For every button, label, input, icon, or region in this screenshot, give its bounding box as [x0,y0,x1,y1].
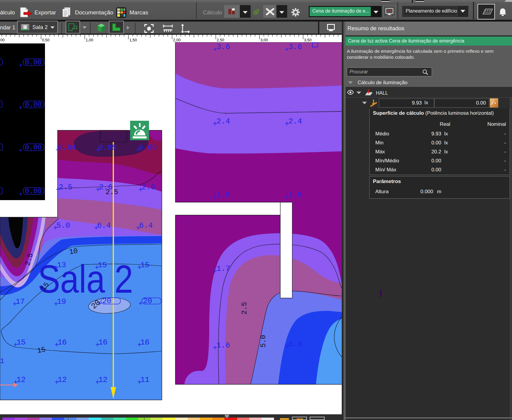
svg-text:2.5: 2.5 [106,188,118,196]
svg-text:00: 00 [0,38,4,42]
svg-text:12: 12 [16,375,25,384]
svg-text:2.4: 2.4 [216,117,230,126]
svg-text:2,50: 2,50 [217,38,224,42]
svg-text:1.7: 1.7 [216,264,230,273]
svg-text:2.4: 2.4 [288,117,302,126]
svg-text:3.6: 3.6 [216,43,230,52]
svg-text:3.6: 3.6 [288,43,302,52]
svg-text:20: 20 [102,297,111,306]
svg-text:3,00: 3,00 [260,38,268,42]
svg-text:19: 19 [57,297,66,306]
svg-text:0.69: 0.69 [138,143,156,152]
svg-text:0,50: 0,50 [42,38,49,42]
svg-text:1: 1 [0,357,4,365]
svg-text:+: + [98,300,102,308]
svg-text:20: 20 [143,297,152,306]
svg-text:15: 15 [98,261,107,270]
svg-text:0.00: 0.00 [25,101,42,109]
svg-text:0.84: 0.84 [58,143,76,152]
svg-text:2,00: 2,00 [173,38,180,42]
svg-text:3,50: 3,50 [304,38,311,42]
svg-text:+: + [19,62,22,69]
svg-text:1.6: 1.6 [216,191,230,200]
svg-text:5.0: 5.0 [259,335,267,348]
svg-text:1.6: 1.6 [216,341,230,350]
svg-text:0.00: 0.00 [25,187,42,195]
svg-text:1,50: 1,50 [129,38,137,42]
svg-text:6.4: 6.4 [139,221,153,230]
svg-text:16: 16 [98,338,107,347]
svg-text:12: 12 [98,375,107,384]
svg-text:+: + [19,105,22,111]
svg-text:8.0: 8.0 [288,340,302,349]
svg-text:11: 11 [140,375,149,384]
svg-text:1.6: 1.6 [288,191,302,200]
svg-text:13: 13 [57,261,66,270]
svg-text:6.4: 6.4 [97,221,111,230]
svg-text:16: 16 [58,338,67,347]
svg-text:2.5: 2.5 [240,302,249,315]
svg-text:16: 16 [140,338,149,347]
svg-text:17: 17 [16,297,25,306]
svg-text:12: 12 [58,375,67,384]
svg-text:Sala 2: Sala 2 [38,257,133,301]
svg-text:5.0: 5.0 [56,221,70,230]
svg-text:1,00: 1,00 [86,38,93,42]
svg-text:+: + [19,191,22,198]
svg-text:10: 10 [69,247,78,256]
svg-text:2.6: 2.6 [141,183,155,192]
svg-text:0.00: 0.00 [25,143,42,152]
svg-text:+: + [138,300,142,308]
svg-text:0.00: 0.00 [25,58,42,67]
svg-text:15: 15 [16,338,25,347]
svg-text:2.5: 2.5 [59,183,72,192]
svg-text:0.85: 0.85 [98,143,116,152]
svg-text:15: 15 [37,345,46,355]
svg-text:15: 15 [140,261,149,270]
svg-text:+: + [19,147,22,154]
